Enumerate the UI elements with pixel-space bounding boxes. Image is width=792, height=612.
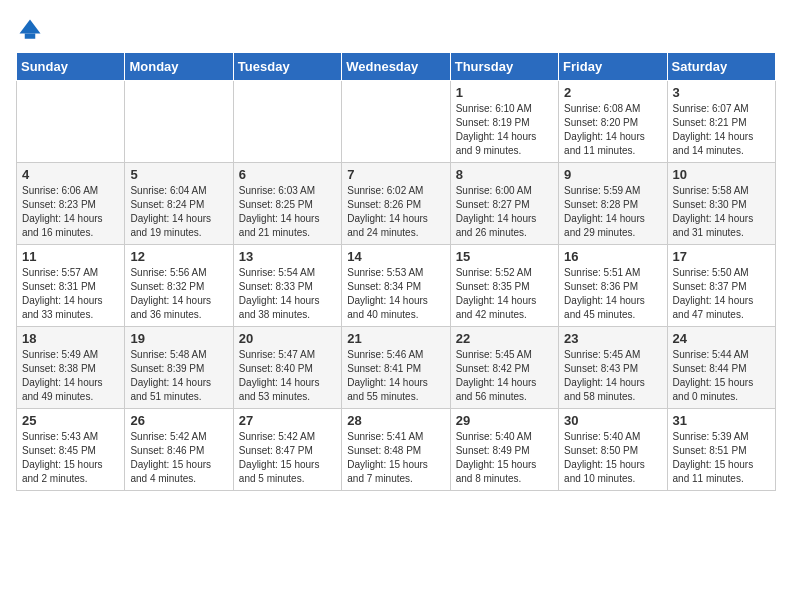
day-number: 22 (456, 331, 553, 346)
day-number: 19 (130, 331, 227, 346)
header-cell-sunday: Sunday (17, 53, 125, 81)
calendar-table: SundayMondayTuesdayWednesdayThursdayFrid… (16, 52, 776, 491)
day-number: 25 (22, 413, 119, 428)
day-cell: 4Sunrise: 6:06 AMSunset: 8:23 PMDaylight… (17, 163, 125, 245)
day-info: Sunrise: 5:40 AMSunset: 8:50 PMDaylight:… (564, 430, 661, 486)
logo-icon (16, 16, 44, 44)
header-cell-friday: Friday (559, 53, 667, 81)
header-row: SundayMondayTuesdayWednesdayThursdayFrid… (17, 53, 776, 81)
day-cell (125, 81, 233, 163)
day-cell: 18Sunrise: 5:49 AMSunset: 8:38 PMDayligh… (17, 327, 125, 409)
day-cell: 21Sunrise: 5:46 AMSunset: 8:41 PMDayligh… (342, 327, 450, 409)
day-cell: 26Sunrise: 5:42 AMSunset: 8:46 PMDayligh… (125, 409, 233, 491)
day-number: 17 (673, 249, 770, 264)
day-info: Sunrise: 5:44 AMSunset: 8:44 PMDaylight:… (673, 348, 770, 404)
day-number: 4 (22, 167, 119, 182)
day-info: Sunrise: 5:58 AMSunset: 8:30 PMDaylight:… (673, 184, 770, 240)
calendar-header: SundayMondayTuesdayWednesdayThursdayFrid… (17, 53, 776, 81)
day-number: 27 (239, 413, 336, 428)
day-cell: 8Sunrise: 6:00 AMSunset: 8:27 PMDaylight… (450, 163, 558, 245)
svg-marker-0 (20, 20, 41, 34)
day-cell: 20Sunrise: 5:47 AMSunset: 8:40 PMDayligh… (233, 327, 341, 409)
day-cell: 24Sunrise: 5:44 AMSunset: 8:44 PMDayligh… (667, 327, 775, 409)
day-info: Sunrise: 5:54 AMSunset: 8:33 PMDaylight:… (239, 266, 336, 322)
day-cell: 25Sunrise: 5:43 AMSunset: 8:45 PMDayligh… (17, 409, 125, 491)
day-number: 5 (130, 167, 227, 182)
day-cell: 17Sunrise: 5:50 AMSunset: 8:37 PMDayligh… (667, 245, 775, 327)
day-cell: 29Sunrise: 5:40 AMSunset: 8:49 PMDayligh… (450, 409, 558, 491)
week-row-4: 18Sunrise: 5:49 AMSunset: 8:38 PMDayligh… (17, 327, 776, 409)
week-row-1: 1Sunrise: 6:10 AMSunset: 8:19 PMDaylight… (17, 81, 776, 163)
day-info: Sunrise: 6:08 AMSunset: 8:20 PMDaylight:… (564, 102, 661, 158)
day-number: 15 (456, 249, 553, 264)
day-info: Sunrise: 5:42 AMSunset: 8:46 PMDaylight:… (130, 430, 227, 486)
day-info: Sunrise: 5:48 AMSunset: 8:39 PMDaylight:… (130, 348, 227, 404)
day-cell: 19Sunrise: 5:48 AMSunset: 8:39 PMDayligh… (125, 327, 233, 409)
day-info: Sunrise: 5:47 AMSunset: 8:40 PMDaylight:… (239, 348, 336, 404)
day-cell: 2Sunrise: 6:08 AMSunset: 8:20 PMDaylight… (559, 81, 667, 163)
day-number: 20 (239, 331, 336, 346)
day-number: 23 (564, 331, 661, 346)
day-info: Sunrise: 5:56 AMSunset: 8:32 PMDaylight:… (130, 266, 227, 322)
day-number: 29 (456, 413, 553, 428)
day-cell: 9Sunrise: 5:59 AMSunset: 8:28 PMDaylight… (559, 163, 667, 245)
day-number: 10 (673, 167, 770, 182)
day-cell: 27Sunrise: 5:42 AMSunset: 8:47 PMDayligh… (233, 409, 341, 491)
day-info: Sunrise: 5:51 AMSunset: 8:36 PMDaylight:… (564, 266, 661, 322)
day-number: 16 (564, 249, 661, 264)
day-cell (17, 81, 125, 163)
day-cell: 7Sunrise: 6:02 AMSunset: 8:26 PMDaylight… (342, 163, 450, 245)
day-number: 11 (22, 249, 119, 264)
day-number: 30 (564, 413, 661, 428)
day-cell: 6Sunrise: 6:03 AMSunset: 8:25 PMDaylight… (233, 163, 341, 245)
day-info: Sunrise: 5:46 AMSunset: 8:41 PMDaylight:… (347, 348, 444, 404)
day-info: Sunrise: 5:41 AMSunset: 8:48 PMDaylight:… (347, 430, 444, 486)
day-cell: 23Sunrise: 5:45 AMSunset: 8:43 PMDayligh… (559, 327, 667, 409)
day-cell: 11Sunrise: 5:57 AMSunset: 8:31 PMDayligh… (17, 245, 125, 327)
svg-rect-1 (25, 34, 36, 39)
header-cell-tuesday: Tuesday (233, 53, 341, 81)
page-header (16, 16, 776, 44)
day-number: 24 (673, 331, 770, 346)
day-cell: 5Sunrise: 6:04 AMSunset: 8:24 PMDaylight… (125, 163, 233, 245)
calendar-body: 1Sunrise: 6:10 AMSunset: 8:19 PMDaylight… (17, 81, 776, 491)
day-info: Sunrise: 6:00 AMSunset: 8:27 PMDaylight:… (456, 184, 553, 240)
day-cell: 1Sunrise: 6:10 AMSunset: 8:19 PMDaylight… (450, 81, 558, 163)
day-info: Sunrise: 5:39 AMSunset: 8:51 PMDaylight:… (673, 430, 770, 486)
day-info: Sunrise: 5:57 AMSunset: 8:31 PMDaylight:… (22, 266, 119, 322)
day-number: 8 (456, 167, 553, 182)
header-cell-saturday: Saturday (667, 53, 775, 81)
day-number: 18 (22, 331, 119, 346)
day-number: 1 (456, 85, 553, 100)
day-info: Sunrise: 5:50 AMSunset: 8:37 PMDaylight:… (673, 266, 770, 322)
day-cell: 12Sunrise: 5:56 AMSunset: 8:32 PMDayligh… (125, 245, 233, 327)
header-cell-wednesday: Wednesday (342, 53, 450, 81)
day-number: 12 (130, 249, 227, 264)
day-number: 14 (347, 249, 444, 264)
logo (16, 16, 48, 44)
day-info: Sunrise: 6:10 AMSunset: 8:19 PMDaylight:… (456, 102, 553, 158)
day-cell: 28Sunrise: 5:41 AMSunset: 8:48 PMDayligh… (342, 409, 450, 491)
header-cell-thursday: Thursday (450, 53, 558, 81)
day-cell: 16Sunrise: 5:51 AMSunset: 8:36 PMDayligh… (559, 245, 667, 327)
day-info: Sunrise: 5:45 AMSunset: 8:43 PMDaylight:… (564, 348, 661, 404)
day-number: 13 (239, 249, 336, 264)
day-number: 3 (673, 85, 770, 100)
day-info: Sunrise: 5:59 AMSunset: 8:28 PMDaylight:… (564, 184, 661, 240)
day-number: 7 (347, 167, 444, 182)
day-number: 2 (564, 85, 661, 100)
day-number: 31 (673, 413, 770, 428)
week-row-5: 25Sunrise: 5:43 AMSunset: 8:45 PMDayligh… (17, 409, 776, 491)
day-number: 9 (564, 167, 661, 182)
day-number: 28 (347, 413, 444, 428)
day-cell: 13Sunrise: 5:54 AMSunset: 8:33 PMDayligh… (233, 245, 341, 327)
day-number: 6 (239, 167, 336, 182)
day-info: Sunrise: 6:02 AMSunset: 8:26 PMDaylight:… (347, 184, 444, 240)
day-number: 21 (347, 331, 444, 346)
day-cell (233, 81, 341, 163)
day-info: Sunrise: 5:45 AMSunset: 8:42 PMDaylight:… (456, 348, 553, 404)
header-cell-monday: Monday (125, 53, 233, 81)
day-info: Sunrise: 5:53 AMSunset: 8:34 PMDaylight:… (347, 266, 444, 322)
day-cell: 3Sunrise: 6:07 AMSunset: 8:21 PMDaylight… (667, 81, 775, 163)
day-cell: 10Sunrise: 5:58 AMSunset: 8:30 PMDayligh… (667, 163, 775, 245)
